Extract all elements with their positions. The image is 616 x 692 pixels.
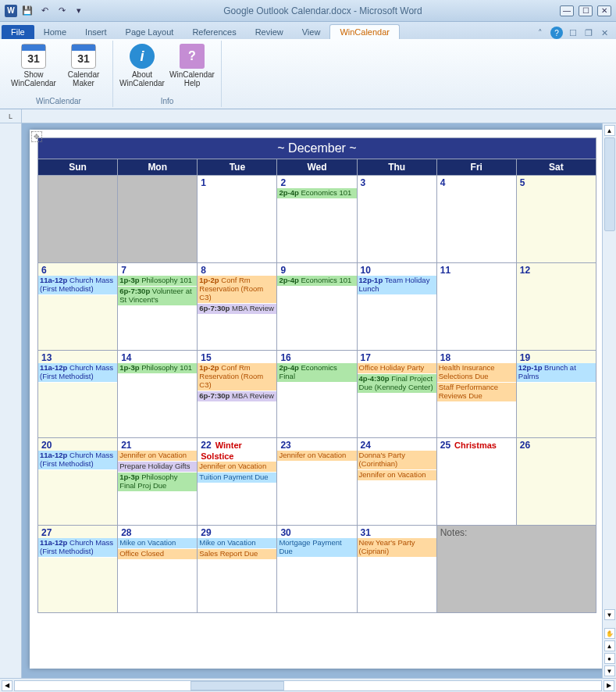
calendar-cell[interactable]: 71p-3p Philosophy 1016p-7:30p Volunteer … bbox=[118, 263, 198, 351]
calendar-cell[interactable]: 29Mike on VacationSales Report Due bbox=[198, 526, 277, 613]
calendar-cell[interactable]: 151p-2p Conf Rm Reservation (Room C3)6p-… bbox=[198, 351, 277, 438]
next-page-icon[interactable]: ▼ bbox=[604, 665, 615, 676]
calendar-event[interactable]: 11a-12p Church Mass (First Methodist) bbox=[38, 538, 117, 558]
calendar-cell[interactable]: 162p-4p Economics Final bbox=[277, 351, 357, 438]
tab-page-layout[interactable]: Page Layout bbox=[116, 25, 183, 39]
scroll-right-icon[interactable]: ▶ bbox=[604, 680, 614, 691]
tab-insert[interactable]: Insert bbox=[76, 25, 116, 39]
calendar-cell[interactable]: Notes: bbox=[436, 526, 596, 613]
calendar-cell[interactable]: 5 bbox=[516, 176, 596, 263]
calendar-event[interactable]: 11a-12p Church Mass (First Methodist) bbox=[38, 451, 117, 470]
scroll-up-icon[interactable]: ▲ bbox=[604, 125, 615, 136]
calendar-event[interactable]: Jennifer on Vacation bbox=[277, 451, 356, 462]
vertical-scrollbar[interactable]: ▲ ▼ ✋ ▲ ● ▼ bbox=[602, 123, 616, 678]
tab-file[interactable]: File bbox=[2, 25, 34, 39]
calendar-cell[interactable]: 2011a-12p Church Mass (First Methodist) bbox=[38, 438, 118, 526]
calendar-event[interactable]: 2p-4p Economics Final bbox=[277, 363, 356, 383]
hand-tool-icon[interactable]: ✋ bbox=[604, 628, 615, 639]
calendar-event[interactable]: Office Closed bbox=[118, 549, 197, 560]
calendar-cell[interactable]: 2711a-12p Church Mass (First Methodist) bbox=[38, 526, 118, 613]
tab-view[interactable]: View bbox=[293, 25, 330, 39]
calendar-cell[interactable]: 1311a-12p Church Mass (First Methodist) bbox=[38, 351, 118, 438]
calendar-event[interactable]: Jennifer on Vacation bbox=[198, 462, 276, 473]
calendar-event[interactable]: 1p-3p Philosophy 101 bbox=[118, 276, 197, 287]
calendar-cell[interactable] bbox=[118, 176, 198, 263]
qat-more-icon[interactable]: ▾ bbox=[72, 4, 86, 18]
calendar-cell[interactable]: 4 bbox=[436, 176, 516, 263]
undo-icon[interactable]: ↶ bbox=[37, 4, 52, 18]
calendar-cell[interactable] bbox=[38, 176, 118, 263]
calendar-event[interactable]: 6p-7:30p MBA Review bbox=[198, 391, 276, 402]
prev-page-icon[interactable]: ▲ bbox=[604, 640, 615, 651]
calendar-event[interactable]: 12p-1p Brunch at Palms bbox=[517, 363, 596, 383]
calendar-event[interactable]: 6p-7:30p MBA Review bbox=[198, 304, 276, 315]
calendar-cell[interactable]: 12 bbox=[516, 263, 596, 351]
calendar-event[interactable]: Staff Performance Reviews Due bbox=[437, 383, 516, 402]
calendar-cell[interactable]: 141p-3p Philosophy 101 bbox=[118, 351, 198, 438]
tab-references[interactable]: References bbox=[183, 25, 245, 39]
calendar-event[interactable]: Mike on Vacation bbox=[198, 538, 276, 549]
window-mdi-restore-icon[interactable]: ❐ bbox=[583, 27, 594, 38]
calendar-cell[interactable]: 25 Christmas bbox=[436, 438, 516, 526]
calendar-cell[interactable]: 31New Year's Party (Cipriani) bbox=[357, 526, 436, 613]
calendar-event[interactable]: Jennifer on Vacation bbox=[118, 451, 197, 462]
calendar-cell[interactable]: 26 bbox=[516, 438, 596, 526]
calendar-cell[interactable]: 1 bbox=[198, 176, 277, 263]
calendar-event[interactable]: Jennifer on Vacation bbox=[358, 470, 436, 481]
calendar-cell[interactable]: 21Jennifer on VacationPrepare Holiday Gi… bbox=[118, 438, 198, 526]
tab-home[interactable]: Home bbox=[34, 25, 76, 39]
calendar-event[interactable]: Mortgage Payment Due bbox=[277, 538, 356, 558]
calendar-cell[interactable]: 22p-4p Economics 101 bbox=[277, 176, 357, 263]
horizontal-scrollbar[interactable]: ◀ ▶ bbox=[0, 678, 616, 692]
tab-review[interactable]: Review bbox=[246, 25, 293, 39]
calendar-event[interactable]: Prepare Holiday Gifts bbox=[118, 462, 197, 473]
window-restore-icon[interactable]: ☐ bbox=[568, 27, 579, 38]
help-icon[interactable]: ? bbox=[550, 27, 563, 39]
calendar-event[interactable]: 12p-1p Team Holiday Lunch bbox=[358, 276, 436, 295]
calendar-event[interactable]: 1p-2p Conf Rm Reservation (Room C3) bbox=[198, 363, 276, 391]
scroll-left-icon[interactable]: ◀ bbox=[2, 680, 12, 691]
calendar-event[interactable]: 11a-12p Church Mass (First Methodist) bbox=[38, 276, 117, 295]
scroll-thumb[interactable] bbox=[604, 137, 615, 231]
ribbon-show-button[interactable]: 31ShowWinCalendar bbox=[11, 42, 56, 96]
browse-object-icon[interactable]: ● bbox=[604, 653, 615, 664]
scroll-down-icon[interactable]: ▼ bbox=[604, 609, 615, 620]
calendar-event[interactable]: Mike on Vacation bbox=[118, 538, 197, 549]
calendar-event[interactable]: Sales Report Due bbox=[198, 549, 276, 560]
calendar-event[interactable]: 4p-4:30p Final Project Due (Kennedy Cent… bbox=[358, 374, 436, 394]
calendar-cell[interactable]: 3 bbox=[357, 176, 436, 263]
calendar-cell[interactable]: 17Office Holiday Party4p-4:30p Final Pro… bbox=[357, 351, 436, 438]
save-icon[interactable]: 💾 bbox=[20, 4, 34, 18]
document-canvas[interactable]: ✥ ~ December ~ SunMonTueWedThuFriSat 122… bbox=[22, 123, 602, 678]
calendar-cell[interactable]: 23Jennifer on Vacation bbox=[277, 438, 357, 526]
redo-icon[interactable]: ↷ bbox=[55, 4, 69, 18]
tab-selector[interactable]: L bbox=[0, 109, 22, 123]
calendar-event[interactable]: New Year's Party (Cipriani) bbox=[358, 538, 436, 558]
calendar-event[interactable]: 2p-4p Economics 101 bbox=[277, 276, 356, 287]
ribbon-about-button[interactable]: iAboutWinCalendar bbox=[119, 42, 165, 96]
hscroll-thumb[interactable] bbox=[190, 681, 284, 690]
calendar-event[interactable]: Tuition Payment Due bbox=[198, 473, 276, 483]
window-mdi-close-icon[interactable]: ✕ bbox=[599, 27, 610, 38]
calendar-cell[interactable]: 11 bbox=[436, 263, 516, 351]
ribbon-maker-button[interactable]: 31CalendarMaker bbox=[61, 42, 106, 96]
calendar-event[interactable]: 2p-4p Economics 101 bbox=[277, 188, 356, 199]
calendar-cell[interactable]: 81p-2p Conf Rm Reservation (Room C3)6p-7… bbox=[198, 263, 277, 351]
calendar-cell[interactable]: 611a-12p Church Mass (First Methodist) bbox=[38, 263, 118, 351]
calendar-cell[interactable]: 28Mike on VacationOffice Closed bbox=[118, 526, 198, 613]
calendar-event[interactable]: 6p-7:30p Volunteer at St Vincent's bbox=[118, 287, 197, 306]
calendar-cell[interactable]: 18Health Insurance Selections DueStaff P… bbox=[436, 351, 516, 438]
minimize-ribbon-icon[interactable]: ˄ bbox=[535, 27, 546, 38]
calendar-cell[interactable]: 1912p-1p Brunch at Palms bbox=[516, 351, 596, 438]
calendar-event[interactable]: Office Holiday Party bbox=[358, 363, 436, 374]
calendar-cell[interactable]: 1012p-1p Team Holiday Lunch bbox=[357, 263, 436, 351]
close-button[interactable]: ✕ bbox=[597, 5, 611, 16]
minimize-button[interactable]: — bbox=[560, 5, 574, 16]
ribbon-help-button[interactable]: ?WinCalendarHelp bbox=[169, 42, 215, 96]
calendar-event[interactable]: 1p-3p Philosophy 101 bbox=[118, 363, 197, 374]
calendar-event[interactable]: 1p-3p Philosophy Final Proj Due bbox=[118, 473, 197, 492]
calendar-event[interactable]: 11a-12p Church Mass (First Methodist) bbox=[38, 363, 117, 383]
calendar-cell[interactable]: 22 Winter SolsticeJennifer on VacationTu… bbox=[198, 438, 277, 526]
table-move-handle[interactable]: ✥ bbox=[31, 131, 42, 142]
maximize-button[interactable]: ☐ bbox=[579, 5, 593, 16]
